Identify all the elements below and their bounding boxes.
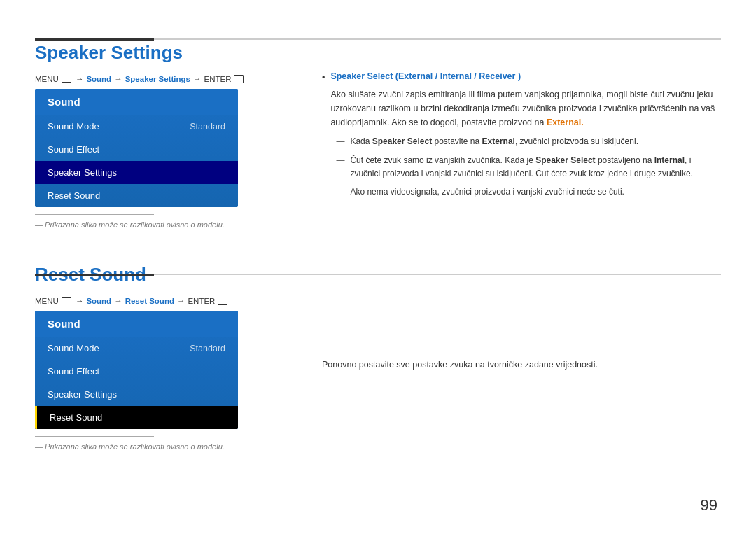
- reset-sound-label-selected: Reset Sound: [50, 412, 102, 423]
- speaker-select-bullet: • Speaker Select (External / Internal / …: [322, 70, 721, 204]
- menu-item-sound-effect2: Sound Effect: [35, 360, 238, 383]
- footnote-line2: [35, 436, 154, 437]
- sound-effect-label2: Sound Effect: [48, 366, 99, 377]
- dash-item1: ― Kada Speaker Select postavite na Exter…: [336, 135, 721, 148]
- footnote2: Prikazana slika može se razlikovati ovis…: [35, 442, 287, 451]
- dash-item3: ― Ako nema videosignala, zvučnici proizv…: [336, 185, 721, 199]
- sound-mode-label2: Sound Mode: [48, 343, 99, 353]
- left-column: Speaker Settings MENU → Sound → Speaker …: [35, 28, 301, 513]
- menu-item-speaker-settings2: Speaker Settings: [35, 383, 238, 406]
- footnote-container1: Prikazana slika može se razlikovati ovis…: [35, 214, 287, 229]
- enter-label1: ENTER: [204, 75, 231, 83]
- external-bold1: External: [482, 136, 515, 146]
- external-highlight1: External.: [547, 118, 584, 127]
- menu-icon2: [62, 297, 71, 304]
- reset-description: Ponovno postavite sve postavke zvuka na …: [322, 358, 721, 372]
- top-accent-line: [35, 38, 154, 41]
- reset-sound-menu-panel: Sound Sound Mode Standard Sound Effect S…: [35, 311, 238, 429]
- dash-content3: Ako nema videosignala, zvučnici proizvod…: [350, 185, 624, 199]
- reset-sound-label1: Reset Sound: [48, 190, 100, 201]
- sound-effect-label1: Sound Effect: [48, 144, 99, 155]
- page-number: 99: [701, 496, 718, 514]
- menu-label: MENU: [35, 75, 59, 83]
- enter-label2: ENTER: [188, 297, 215, 305]
- menu-icon: [62, 76, 71, 83]
- sound-mode-value2: Standard: [190, 344, 225, 353]
- dash-content1: Kada Speaker Select postavite na Externa…: [350, 135, 638, 148]
- enter-icon1: [234, 75, 244, 83]
- speaker-settings-menu-panel: Sound Sound Mode Standard Sound Effect S…: [35, 89, 238, 207]
- speaker-select-bold1: Speaker Select: [372, 136, 432, 146]
- menu-item-speaker-settings: Speaker Settings: [35, 161, 238, 184]
- sound-menu-header2: Sound: [35, 311, 238, 337]
- speaker-select-para: Ako slušate zvučni zapis emitiranja ili …: [330, 87, 721, 129]
- bullet-dot1: •: [322, 71, 325, 85]
- dash-item2: ― Čut ćete zvuk samo iz vanjskih zvučnik…: [336, 154, 721, 180]
- menu-label2: MENU: [35, 297, 59, 305]
- menu-path-sound1: Sound: [86, 75, 111, 83]
- dash3: ―: [336, 185, 344, 199]
- speaker-select-content: Speaker Select (External / Internal / Re…: [330, 70, 721, 204]
- speaker-select-bold2: Speaker Select: [536, 155, 595, 165]
- speaker-settings-label2: Speaker Settings: [48, 389, 117, 400]
- speaker-settings-menu-path: MENU → Sound → Speaker Settings → ENTER: [35, 75, 287, 83]
- reset-sound-menu-path: MENU → Sound → Reset Sound → ENTER: [35, 297, 287, 305]
- dash1: ―: [336, 135, 344, 148]
- internal-bold1: Internal: [654, 155, 685, 165]
- footnote-line1: [35, 214, 154, 215]
- footnote-container2: Prikazana slika može se razlikovati ovis…: [35, 436, 287, 451]
- sound-menu-header1: Sound: [35, 89, 238, 115]
- menu-item-reset-sound1: Reset Sound: [35, 184, 238, 207]
- speaker-select-heading: Speaker Select (External / Internal / Re…: [330, 71, 521, 81]
- menu-path-reset: Reset Sound: [125, 297, 174, 305]
- menu-item-sound-mode1: Sound Mode Standard: [35, 115, 238, 138]
- sound-mode-label1: Sound Mode: [48, 121, 99, 132]
- speaker-settings-right-content: • Speaker Select (External / Internal / …: [322, 70, 721, 204]
- menu-path-speaker: Speaker Settings: [125, 75, 190, 83]
- speaker-settings-title: Speaker Settings: [35, 42, 287, 64]
- dash-content2: Čut ćete zvuk samo iz vanjskih zvučnika.…: [350, 154, 721, 180]
- enter-icon2: [218, 297, 227, 305]
- menu-item-sound-effect1: Sound Effect: [35, 138, 238, 161]
- reset-sound-right-content: Ponovno postavite sve postavke zvuka na …: [322, 358, 721, 372]
- mid-accent-line: [35, 274, 154, 276]
- sound-mode-value1: Standard: [190, 122, 225, 132]
- footnote1: Prikazana slika može se razlikovati ovis…: [35, 220, 287, 229]
- speaker-settings-label: Speaker Settings: [48, 167, 117, 178]
- reset-sound-section: Reset Sound MENU → Sound → Reset Sound →…: [35, 264, 287, 451]
- menu-path-sound2: Sound: [86, 297, 111, 305]
- dash2: ―: [336, 154, 344, 167]
- right-column: • Speaker Select (External / Internal / …: [301, 28, 721, 513]
- menu-item-sound-mode2: Sound Mode Standard: [35, 337, 238, 360]
- speaker-settings-section: Speaker Settings MENU → Sound → Speaker …: [35, 42, 287, 229]
- menu-item-reset-sound-selected: Reset Sound: [35, 406, 238, 429]
